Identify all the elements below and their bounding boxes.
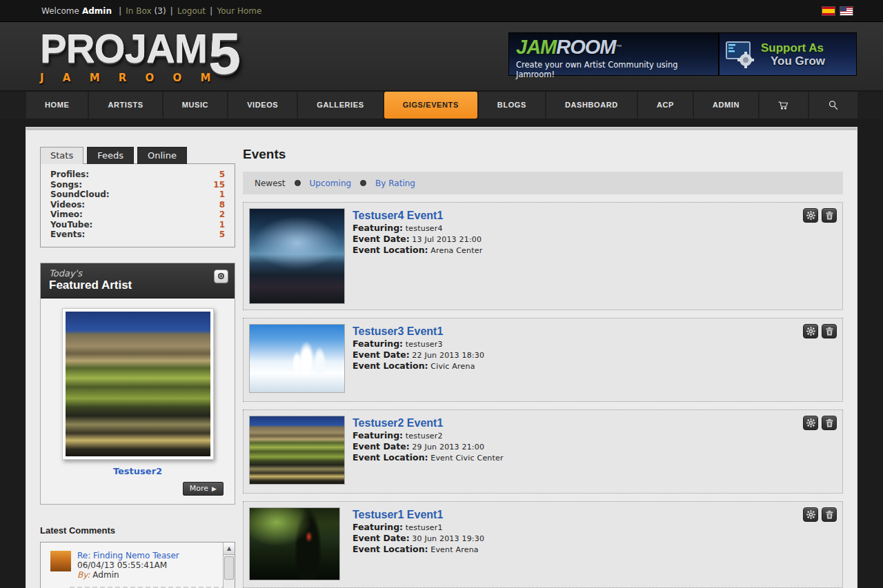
cart-button[interactable] [760,92,808,119]
event-delete-button[interactable] [822,324,837,338]
banner-brand-jam: JAM [516,36,556,58]
arrow-right-icon: ▶ [212,485,217,492]
nav-item-acp[interactable]: ACP [638,92,693,119]
event-card: Testuser4 Event1 Featuring: testuser4 Ev… [243,202,843,310]
featured-artist-panel: Today's Featured Artist Testuser2 More▶ [40,263,235,505]
event-image[interactable] [250,416,344,484]
nav-item-home[interactable]: HOME [26,92,88,119]
event-date: 13 Jul 2013 21:00 [412,235,482,244]
featured-artist-name-link[interactable]: Testuser2 [52,466,224,476]
nav-item-blogs[interactable]: BLOGS [479,92,545,119]
nav-item-galleries[interactable]: GALLERIES [298,92,382,119]
gear-icon [806,211,815,220]
comment-thumbnail[interactable] [50,551,71,571]
featured-title-line2: Featured Artist [49,278,228,292]
event-date-label: Event Date: [353,234,410,244]
featured-artist-body: Testuser2 More▶ [41,298,235,504]
bullet-icon [360,180,366,186]
stat-row: YouTube:1 [50,220,225,230]
event-title-link[interactable]: Testuser1 Event1 [353,509,443,521]
comments-scrollbar[interactable]: ▲ [223,543,235,588]
content-wrapper: Stats Feeds Online Profiles:5 Songs:15 S… [26,128,857,588]
event-location-label: Event Location: [353,245,428,255]
latest-comments-box: Re: Finding Nemo Teaser 06/04/13 05:55:4… [40,542,235,588]
featured-artist-photo[interactable] [62,308,214,460]
latest-comments-heading: Latest Comments [40,525,235,536]
event-card: Testuser3 Event1 Featuring: testuser3 Ev… [243,318,843,402]
scroll-up-icon[interactable]: ▲ [224,543,235,555]
search-icon [828,98,839,113]
nav-item-dashboard[interactable]: DASHBOARD [546,92,637,119]
spanish-flag-icon[interactable] [822,7,835,15]
featured-artist-image [66,312,210,456]
comment-item: Re: Finding Nemo Teaser 06/04/13 05:55:4… [41,543,235,580]
scrollbar-thumb[interactable] [224,556,234,580]
nav-item-artists[interactable]: ARTISTS [89,92,161,119]
stat-row: Songs:15 [50,180,225,190]
filter-by-rating[interactable]: By Rating [375,179,415,188]
event-settings-button[interactable] [803,507,818,522]
trash-icon [826,510,833,519]
site-logo[interactable]: PROJAM 5 J A M R O O M [40,28,268,84]
stat-row: Vimeo:2 [50,210,225,220]
event-settings-button[interactable] [803,208,818,223]
comment-timestamp: 06/04/13 05:55:41AM [50,560,214,570]
cart-icon [778,98,789,113]
more-button[interactable]: More▶ [183,482,224,496]
comment-title-link[interactable]: Re: Finding Nemo Teaser [50,551,214,560]
event-delete-button[interactable] [822,416,837,430]
username: Admin [82,6,112,16]
your-home-link[interactable]: Your Home [217,6,261,16]
nav-item-gigs-events[interactable]: GIGS/EVENTS [384,92,477,119]
tab-online[interactable]: Online [137,147,187,164]
support-line1: Support As [761,41,825,54]
event-location: Civic Arena [430,362,475,371]
event-settings-button[interactable] [803,324,818,338]
event-location: Arena Center [430,246,482,255]
topbar: Welcome Admin | In Box (3) | Logout | Yo… [0,0,883,22]
filter-upcoming[interactable]: Upcoming [310,179,352,188]
event-card: Testuser2 Event1 Featuring: testuser2 Ev… [243,409,843,494]
inbox-count: (3) [155,6,166,16]
event-image[interactable] [250,325,344,392]
event-card: Testuser1 Event1 Featuring: testuser1 Ev… [243,501,843,588]
banner-right: Support As You Grow [718,33,856,75]
event-location: Event Civic Center [430,454,503,463]
support-line2: You Grow [771,54,825,68]
event-title-link[interactable]: Testuser2 Event1 [353,417,443,429]
trash-icon [826,327,833,336]
banner-brand-room: ROOM [556,36,615,58]
banner-tagline: Create your own Artist Community using J… [516,60,711,79]
stat-row: Events:5 [50,230,225,240]
tab-feeds[interactable]: Feeds [87,147,134,164]
logout-link[interactable]: Logout [177,6,206,16]
nav-item-admin[interactable]: ADMIN [694,92,758,119]
event-delete-button[interactable] [822,507,837,522]
nav-item-videos[interactable]: VIDEOS [228,92,297,119]
search-button[interactable] [809,92,857,119]
page-title: Events [243,147,843,162]
bullet-icon [295,180,301,186]
events-filterbar: Newest Upcoming By Rating [243,172,843,194]
event-location: Event Arena [430,545,479,554]
events-main: Events Newest Upcoming By Rating Testuse… [243,147,843,588]
english-flag-icon[interactable] [840,7,853,15]
nav-item-music[interactable]: MUSIC [163,92,227,119]
event-image[interactable] [250,209,344,303]
event-delete-button[interactable] [822,208,837,223]
event-title-link[interactable]: Testuser4 Event1 [353,210,443,222]
comment-author: Admin [92,570,119,580]
stats-panel: Profiles:5 Songs:15 SoundCloud:1 Videos:… [40,163,235,247]
jamroom-banner[interactable]: JAMROOM™ Create your own Artist Communit… [508,32,857,76]
event-settings-button[interactable] [803,416,818,430]
event-image[interactable] [250,508,339,580]
tab-stats[interactable]: Stats [40,147,83,164]
event-featuring: testuser3 [406,340,443,349]
monitor-gear-icon [725,41,755,68]
trash-icon [826,211,833,220]
filter-newest[interactable]: Newest [255,179,286,188]
widget-options-button[interactable] [214,270,228,283]
banner-left: JAMROOM™ Create your own Artist Communit… [509,33,718,75]
inbox-link[interactable]: In Box [126,6,151,16]
event-title-link[interactable]: Testuser3 Event1 [353,325,443,338]
